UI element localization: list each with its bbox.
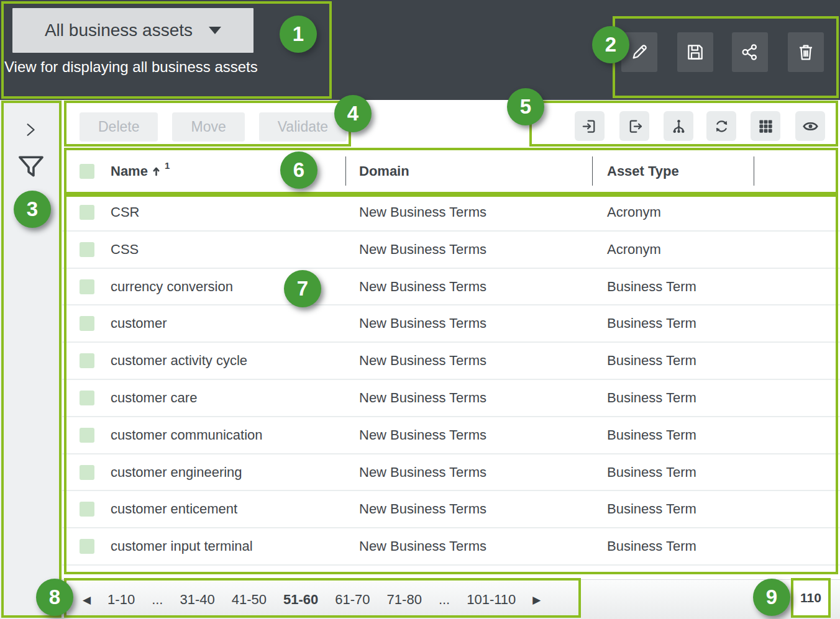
asset-domain: New Business Terms <box>359 269 486 305</box>
table-row[interactable]: CSR New Business Terms Acronym <box>62 194 840 232</box>
move-button[interactable]: Move <box>172 112 244 142</box>
asset-domain: New Business Terms <box>359 417 486 453</box>
row-checkbox[interactable] <box>80 502 94 517</box>
import-button[interactable] <box>575 111 605 141</box>
preview-button[interactable] <box>795 111 825 141</box>
table-row[interactable]: customer communication New Business Term… <box>62 417 840 454</box>
asset-type: Acronym <box>607 194 661 230</box>
pencil-icon <box>629 42 649 62</box>
page-range-current[interactable]: 51-60 <box>283 592 318 608</box>
page-range-link[interactable]: 41-50 <box>232 592 267 608</box>
page-range-link[interactable]: 31-40 <box>180 592 214 608</box>
table-row[interactable]: customer activity cycle New Business Ter… <box>62 343 840 380</box>
row-checkbox[interactable] <box>80 205 94 220</box>
top-header-bar: All business assets View for displaying … <box>0 0 840 100</box>
column-divider <box>592 156 593 186</box>
expand-sidebar-button[interactable] <box>21 120 40 139</box>
asset-name[interactable]: CSR <box>111 194 139 230</box>
table-row[interactable]: customer engineering New Business Terms … <box>62 454 840 492</box>
table-row[interactable]: customer input terminal New Business Ter… <box>62 528 840 566</box>
asset-type: Business Term <box>607 417 696 453</box>
table-row[interactable]: customer New Business Terms Business Ter… <box>62 305 840 343</box>
export-icon <box>626 118 643 135</box>
asset-type: Business Term <box>607 343 696 379</box>
share-view-button[interactable] <box>732 32 768 72</box>
left-sidebar <box>0 100 62 619</box>
save-icon <box>685 42 705 62</box>
asset-type: Business Term <box>607 269 696 305</box>
asset-domain: New Business Terms <box>359 343 486 379</box>
column-header-domain[interactable]: Domain <box>359 148 409 194</box>
row-checkbox[interactable] <box>80 391 94 405</box>
asset-name[interactable]: customer care <box>111 380 197 416</box>
table-row[interactable]: currency conversion New Business Terms B… <box>62 269 840 306</box>
save-view-button[interactable] <box>677 32 713 72</box>
asset-type: Acronym <box>607 232 661 268</box>
page-range-link[interactable]: 61-70 <box>335 592 370 608</box>
row-checkbox[interactable] <box>80 279 94 294</box>
sort-order-number: 1 <box>165 160 170 171</box>
view-description: View for displaying all business assets <box>4 58 258 76</box>
hierarchy-view-button[interactable] <box>664 111 693 141</box>
page-range-link[interactable]: 101-110 <box>467 592 516 608</box>
asset-domain: New Business Terms <box>359 454 486 490</box>
hierarchy-icon <box>670 118 687 135</box>
table-row[interactable]: CSS New Business Terms Acronym <box>62 232 840 269</box>
asset-type: Business Term <box>607 380 696 416</box>
delete-view-button[interactable] <box>788 32 824 72</box>
validate-button[interactable]: Validate <box>259 112 347 142</box>
asset-name[interactable]: customer engineering <box>111 454 242 490</box>
page-range-link[interactable]: 1-10 <box>107 592 135 608</box>
page-range-link[interactable]: 71-80 <box>387 592 422 608</box>
sort-ascending-icon <box>152 166 160 176</box>
edit-view-button[interactable] <box>621 32 657 72</box>
row-checkbox[interactable] <box>80 465 94 480</box>
table-header-row: Name 1 Domain Asset Type <box>62 148 840 194</box>
column-header-asset-type[interactable]: Asset Type <box>607 148 679 194</box>
eye-icon <box>802 118 819 135</box>
asset-type: Business Term <box>607 305 696 341</box>
chevron-right-icon <box>21 120 40 139</box>
refresh-button[interactable] <box>706 111 736 141</box>
next-page-icon[interactable]: ▶ <box>532 594 541 607</box>
asset-domain: New Business Terms <box>359 491 486 527</box>
table-row[interactable]: customer care New Business Terms Busines… <box>62 380 840 417</box>
import-icon <box>582 118 598 135</box>
asset-name[interactable]: customer input terminal <box>111 528 253 564</box>
table-row[interactable]: customer enticement New Business Terms B… <box>62 491 840 528</box>
asset-domain: New Business Terms <box>359 232 486 268</box>
asset-domain: New Business Terms <box>359 194 486 230</box>
bulk-action-buttons: Delete Move Validate <box>80 112 347 142</box>
view-selector-dropdown[interactable]: All business assets <box>12 8 253 53</box>
asset-name[interactable]: customer enticement <box>111 491 237 527</box>
column-header-name[interactable]: Name 1 <box>111 148 170 194</box>
asset-type: Business Term <box>607 491 696 527</box>
page-ellipsis: ... <box>439 592 450 608</box>
asset-name[interactable]: customer activity cycle <box>111 343 247 379</box>
delete-button[interactable]: Delete <box>80 112 158 142</box>
pagination-controls: ◀ 1-10 ... 31-40 41-50 51-60 61-70 71-80… <box>83 580 541 619</box>
column-divider <box>345 156 346 186</box>
export-button[interactable] <box>619 111 649 141</box>
select-all-checkbox[interactable] <box>80 164 94 179</box>
tile-view-button[interactable] <box>751 111 780 141</box>
table-toolbar: Delete Move Validate <box>62 100 840 148</box>
row-checkbox[interactable] <box>80 316 94 331</box>
asset-name[interactable]: CSS <box>111 232 139 268</box>
row-checkbox[interactable] <box>80 353 94 368</box>
view-selector-label: All business assets <box>45 20 193 40</box>
column-divider <box>754 156 754 186</box>
row-checkbox[interactable] <box>80 539 94 554</box>
row-checkbox[interactable] <box>80 428 94 443</box>
previous-page-icon[interactable]: ◀ <box>83 594 91 607</box>
grid-icon <box>757 118 774 135</box>
share-icon <box>740 42 760 62</box>
asset-name[interactable]: customer <box>111 305 167 341</box>
filter-button[interactable] <box>17 152 45 181</box>
pagination-bar: ◀ 1-10 ... 31-40 41-50 51-60 61-70 71-80… <box>62 579 840 619</box>
collibra-asset-table-page: All business assets View for displaying … <box>0 0 840 619</box>
asset-name[interactable]: customer communication <box>111 417 263 453</box>
asset-name[interactable]: currency conversion <box>111 269 233 305</box>
trash-icon <box>796 42 816 62</box>
row-checkbox[interactable] <box>80 242 94 257</box>
